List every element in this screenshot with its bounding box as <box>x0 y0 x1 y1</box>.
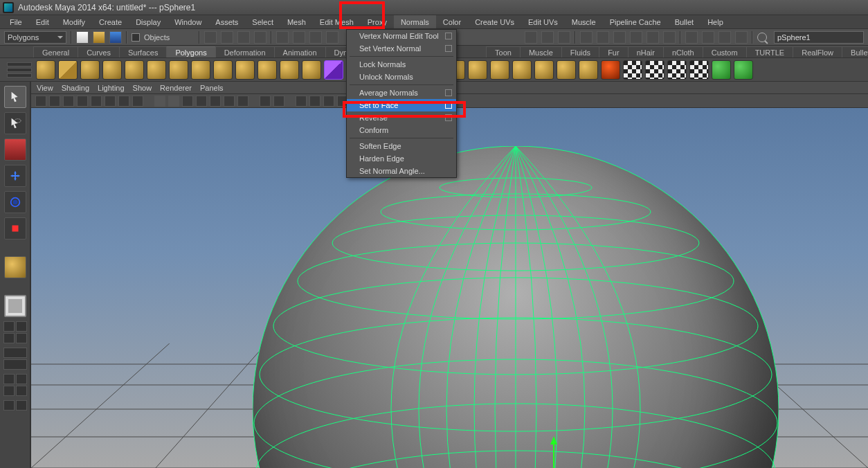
poly-bridge-icon[interactable] <box>490 60 509 80</box>
dropdown-item-unlock-normals[interactable]: Unlock Normals <box>347 71 456 83</box>
vp-field-chart-icon[interactable] <box>132 96 143 107</box>
vp-menu-panels[interactable]: Panels <box>200 84 224 92</box>
scale-tool-button[interactable] <box>4 217 26 240</box>
hypershade-icon[interactable] <box>630 31 642 44</box>
script-editor-icon[interactable] <box>663 31 676 44</box>
option-box-icon[interactable] <box>445 114 452 121</box>
shelf-tab-turtle[interactable]: TURTLE <box>746 46 794 57</box>
poly-pipe-icon[interactable] <box>213 60 233 80</box>
vp-film-gate-icon[interactable] <box>91 96 102 107</box>
dropdown-item-conform[interactable]: Conform <box>347 124 456 136</box>
poly-helix-icon[interactable] <box>235 60 255 80</box>
vp-xray-icon[interactable] <box>273 96 284 107</box>
new-scene-icon[interactable] <box>76 31 89 44</box>
vp-resolution-gate-icon[interactable] <box>105 96 116 107</box>
poly-crease-icon[interactable] <box>734 60 753 80</box>
dropdown-item-set-to-face[interactable]: Set to Face <box>347 99 456 111</box>
save-scene-icon[interactable] <box>109 31 122 44</box>
vp-camera-select-icon[interactable] <box>35 96 46 107</box>
vp-camera-attr-icon[interactable] <box>49 96 60 107</box>
poly-bevel-icon[interactable] <box>468 60 487 80</box>
menu-edit[interactable]: Edit <box>29 15 56 28</box>
option-box-icon[interactable] <box>445 45 452 52</box>
shelf-tab-bullet[interactable]: Bullet <box>842 46 868 57</box>
tool-settings-icon[interactable] <box>718 31 731 44</box>
poly-uv-auto-icon[interactable] <box>689 60 709 80</box>
vp-menu-renderer[interactable]: Renderer <box>160 84 192 92</box>
option-box-icon[interactable] <box>445 102 452 109</box>
uv-editor-icon[interactable] <box>647 31 659 44</box>
poly-smooth-icon[interactable] <box>601 60 620 80</box>
poly-cut-faces-icon[interactable] <box>579 60 598 80</box>
transform-manipulator[interactable] <box>516 440 599 468</box>
outliner-icon[interactable] <box>597 31 609 44</box>
two-pane-stack-button[interactable] <box>3 374 27 396</box>
psphere1[interactable] <box>253 146 779 468</box>
vp-bgcolor-icon[interactable] <box>168 96 179 107</box>
vp-sphere-display-icon[interactable] <box>323 96 334 107</box>
graph-editor-icon[interactable] <box>613 31 626 44</box>
module-selector[interactable]: Polygons <box>4 31 66 44</box>
move-tool-button[interactable] <box>4 165 26 187</box>
poly-uv-planar-icon[interactable] <box>623 60 642 80</box>
poly-cylinder-icon[interactable] <box>80 60 100 80</box>
poly-torus-icon[interactable] <box>147 60 166 80</box>
menu-edit-uvs[interactable]: Edit UVs <box>521 15 565 28</box>
poly-sphere-icon[interactable] <box>36 60 55 80</box>
menu-create[interactable]: Create <box>92 15 129 28</box>
move-tool-icon[interactable] <box>254 31 266 44</box>
snap-curve-icon[interactable] <box>293 31 305 44</box>
poly-soccer-icon[interactable] <box>257 60 277 80</box>
poly-cube-icon[interactable] <box>58 60 78 80</box>
vp-menu-shading[interactable]: Shading <box>62 84 89 92</box>
poly-type-icon[interactable] <box>302 60 321 80</box>
single-pane-button[interactable] <box>4 295 26 317</box>
vp-menu-lighting[interactable]: Lighting <box>98 84 125 92</box>
poly-insert-edge-icon[interactable] <box>534 60 554 80</box>
option-box-icon[interactable] <box>445 33 452 39</box>
shelf-tab-polygons[interactable]: Polygons <box>166 46 215 57</box>
vp-menu-show[interactable]: Show <box>133 84 152 92</box>
menu-pipeline-cache[interactable]: Pipeline Cache <box>603 15 668 28</box>
dropdown-item-harden-edge[interactable]: Harden Edge <box>347 152 456 165</box>
select-tool-icon[interactable] <box>204 31 217 44</box>
menu-mesh[interactable]: Mesh <box>280 15 313 28</box>
menu-normals[interactable]: Normals <box>394 15 436 28</box>
vp-poly-display-icon[interactable] <box>309 96 320 107</box>
attribute-editor-icon[interactable] <box>702 31 714 44</box>
shelf-tab-custom[interactable]: Custom <box>703 46 747 57</box>
shelf-menu-icon[interactable] <box>7 62 32 78</box>
lasso-tool-icon[interactable] <box>221 31 233 44</box>
channel-box-icon[interactable] <box>735 31 748 44</box>
option-box-icon[interactable] <box>445 89 452 96</box>
render-icon[interactable] <box>525 31 537 44</box>
shelf-tab-surfaces[interactable]: Surfaces <box>119 46 167 57</box>
menu-color[interactable]: Color <box>436 15 468 28</box>
dropdown-item-average-normals[interactable]: Average Normals <box>347 87 456 99</box>
shelf-tab-ncloth[interactable]: nCloth <box>663 46 703 57</box>
paint-select-icon[interactable] <box>237 31 250 44</box>
menu-modify[interactable]: Modify <box>56 15 92 28</box>
shelf-tab-nhair[interactable]: nHair <box>628 46 664 57</box>
menu-bullet[interactable]: Bullet <box>668 15 701 28</box>
select-tool-button[interactable] <box>4 86 26 108</box>
four-pane-button[interactable] <box>3 321 27 343</box>
poly-platonic-icon[interactable] <box>280 60 299 80</box>
vp-image-plane-icon[interactable] <box>77 96 88 107</box>
shelf-tab-deformation[interactable]: Deformation <box>215 46 275 57</box>
shelf-tab-fur[interactable]: Fur <box>599 46 629 57</box>
shelf-tab-curves[interactable]: Curves <box>78 46 120 57</box>
menu-edit-mesh[interactable]: Edit Mesh <box>313 15 361 28</box>
dropdown-item-soften-edge[interactable]: Soften Edge <box>347 140 456 152</box>
component-editor-icon[interactable] <box>685 31 698 44</box>
vp-lights-icon[interactable] <box>224 96 235 107</box>
shelf-tab-realflow[interactable]: RealFlow <box>793 46 842 57</box>
hypergraph-icon[interactable] <box>580 31 593 44</box>
vp-cube-display-icon[interactable] <box>296 96 307 107</box>
vp-textured-icon[interactable] <box>210 96 221 107</box>
menu-create-uvs[interactable]: Create UVs <box>468 15 521 28</box>
dropdown-item-lock-normals[interactable]: Lock Normals <box>347 58 456 71</box>
open-scene-icon[interactable] <box>93 31 105 44</box>
menu-help[interactable]: Help <box>700 15 730 28</box>
poly-pyramid-icon[interactable] <box>191 60 210 80</box>
